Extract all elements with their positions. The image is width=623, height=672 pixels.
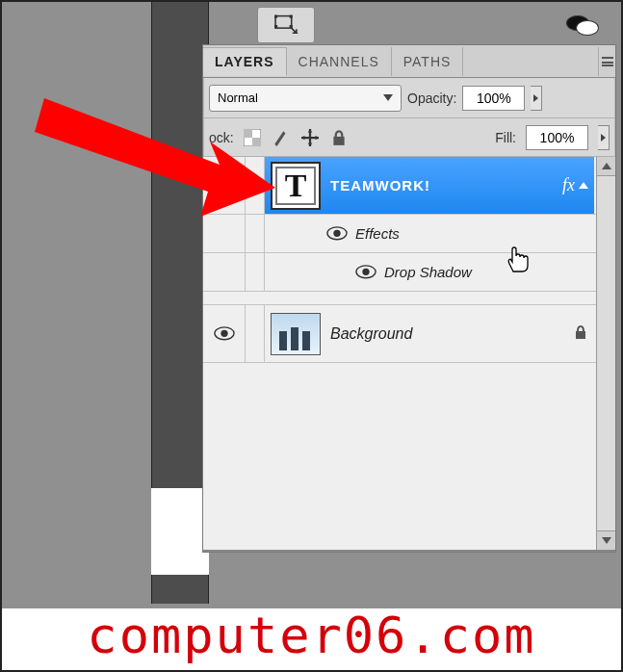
fx-indicator[interactable]: fx — [562, 175, 588, 195]
visibility-eye-icon[interactable] — [214, 326, 235, 341]
layer-effect-drop-shadow[interactable]: Drop Shadow — [203, 253, 615, 292]
svg-rect-17 — [576, 331, 585, 339]
fill-label: Fill: — [495, 130, 516, 145]
layer-background[interactable]: Background — [203, 305, 615, 363]
free-transform-icon — [274, 14, 299, 36]
visibility-eye-icon[interactable] — [355, 265, 376, 279]
color-swatches[interactable] — [566, 15, 605, 40]
effects-label: Effects — [355, 225, 400, 242]
layer-effects-row[interactable]: Effects — [203, 215, 615, 253]
lock-pixels-icon[interactable] — [273, 129, 290, 146]
layers-list: T TEAMWORK! fx Effects — [203, 157, 615, 552]
panel-menu-icon[interactable] — [598, 47, 615, 76]
layer-name: TEAMWORK! — [330, 177, 430, 194]
free-transform-tool[interactable] — [257, 7, 315, 43]
lock-icon — [573, 324, 588, 343]
svg-rect-8 — [333, 136, 344, 144]
fill-input[interactable]: 100% — [526, 125, 588, 150]
lock-transparency-icon[interactable] — [244, 129, 261, 146]
lock-label: ock: — [209, 130, 234, 145]
svg-rect-2 — [289, 15, 292, 18]
lock-position-icon[interactable] — [301, 129, 319, 146]
svg-rect-0 — [275, 16, 292, 29]
layer-text-teamwork[interactable]: T TEAMWORK! fx — [203, 157, 615, 215]
layers-scrollbar[interactable] — [596, 157, 615, 550]
visibility-eye-icon[interactable] — [214, 178, 235, 193]
svg-rect-7 — [252, 138, 261, 146]
svg-point-14 — [362, 269, 369, 275]
tab-channels[interactable]: CHANNELS — [287, 47, 392, 76]
opacity-input[interactable]: 100% — [462, 86, 525, 111]
blend-mode-value: Normal — [218, 90, 258, 105]
opacity-flyout[interactable] — [531, 86, 542, 111]
svg-rect-1 — [274, 15, 277, 18]
layers-panel: LAYERS CHANNELS PATHS Normal Opacity: 10… — [202, 44, 616, 553]
chevron-up-icon — [579, 182, 588, 189]
opacity-label: Opacity: — [407, 90, 456, 106]
tab-paths[interactable]: PATHS — [392, 47, 464, 76]
layer-name: Background — [330, 325, 412, 343]
blend-mode-select[interactable]: Normal — [209, 85, 402, 112]
text-layer-thumbnail: T — [271, 162, 321, 210]
visibility-eye-icon[interactable] — [326, 226, 348, 241]
layer-thumbnail — [271, 313, 321, 355]
scroll-down-icon[interactable] — [597, 530, 615, 550]
svg-point-12 — [333, 230, 340, 237]
scroll-up-icon[interactable] — [597, 157, 615, 176]
svg-point-10 — [221, 182, 227, 189]
fill-flyout[interactable] — [598, 125, 610, 150]
watermark-text: computer06.com — [2, 607, 621, 664]
svg-rect-6 — [244, 129, 252, 138]
lock-all-icon[interactable] — [330, 129, 348, 146]
panel-tabs: LAYERS CHANNELS PATHS — [203, 45, 615, 78]
drop-shadow-label: Drop Shadow — [384, 264, 472, 280]
lock-icons-group — [244, 129, 348, 146]
tab-layers[interactable]: LAYERS — [203, 47, 287, 76]
svg-rect-3 — [274, 25, 277, 28]
svg-point-16 — [221, 330, 227, 337]
chevron-down-icon — [383, 94, 393, 101]
